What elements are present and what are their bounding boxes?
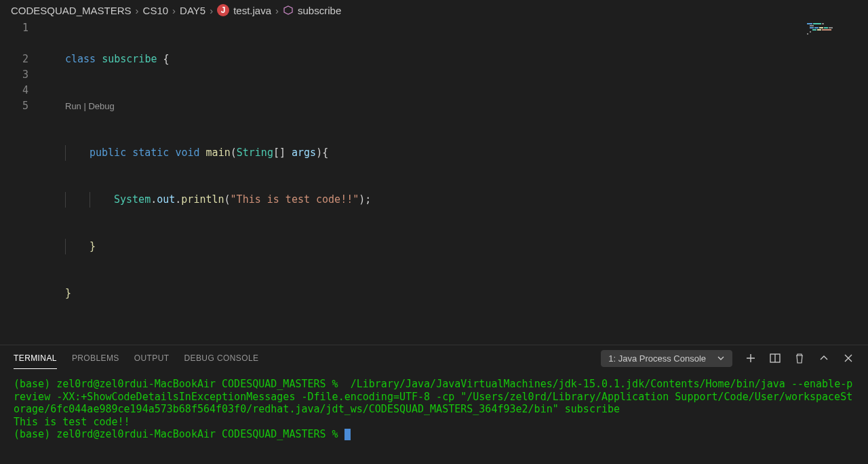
bottom-panel: TERMINAL PROBLEMS OUTPUT DEBUG CONSOLE 1… <box>0 345 868 464</box>
terminal-output: This is test code!! <box>14 416 130 428</box>
breadcrumb-item-file[interactable]: J test.java <box>217 4 271 16</box>
tab-debug-console[interactable]: DEBUG CONSOLE <box>184 348 259 368</box>
chevron-right-icon: › <box>210 5 213 16</box>
tab-output[interactable]: OUTPUT <box>134 348 170 368</box>
breadcrumb-item-cs10[interactable]: CS10 <box>143 5 169 16</box>
terminal-content[interactable]: (base) zel0rd@zel0rdui-MacBookAir CODESQ… <box>0 371 868 464</box>
terminal-prompt: (base) zel0rd@zel0rdui-MacBookAir CODESQ… <box>14 428 344 440</box>
trash-icon[interactable] <box>793 352 806 364</box>
terminal-cursor <box>344 429 351 440</box>
panel-tabs: TERMINAL PROBLEMS OUTPUT DEBUG CONSOLE 1… <box>0 345 868 371</box>
tab-problems[interactable]: PROBLEMS <box>72 348 119 368</box>
gutter: 1 2 3 4 5 <box>0 20 41 345</box>
code-line: class subscribe { <box>41 52 868 67</box>
code-line: } <box>41 286 868 301</box>
breadcrumb: CODESQUAD_MASTERS › CS10 › DAY5 › J test… <box>0 0 868 20</box>
breadcrumb-item-symbol[interactable]: subscribe <box>283 5 341 16</box>
line-number: 3 <box>0 67 28 83</box>
chevron-down-icon <box>717 354 725 362</box>
breadcrumb-item-root[interactable]: CODESQUAD_MASTERS <box>11 5 132 16</box>
code-area[interactable]: class subscribe { Run | Debug public sta… <box>41 20 868 345</box>
line-number: 5 <box>0 98 28 114</box>
new-terminal-icon[interactable] <box>745 352 757 364</box>
line-number: 1 <box>0 20 28 36</box>
breadcrumb-file-label: test.java <box>233 5 271 16</box>
breadcrumb-symbol-label: subscribe <box>298 5 341 16</box>
chevron-right-icon: › <box>172 5 176 16</box>
code-editor[interactable]: 1 2 3 4 5 class subscribe { Run | Debug … <box>0 20 868 345</box>
line-number: 2 <box>0 52 28 67</box>
codelens-debug[interactable]: Debug <box>88 98 114 114</box>
line-number: 4 <box>0 83 28 98</box>
close-icon[interactable] <box>842 352 854 364</box>
breadcrumb-item-day5[interactable]: DAY5 <box>180 5 205 16</box>
split-terminal-icon[interactable] <box>769 352 781 364</box>
java-file-icon: J <box>217 4 229 16</box>
terminal-selector-label: 1: Java Process Console <box>608 353 706 364</box>
code-line: System.out.println("This is test code!!"… <box>41 192 868 208</box>
code-line: public static void main(String[] args){ <box>41 145 868 161</box>
chevron-up-icon[interactable] <box>818 352 830 364</box>
tab-terminal[interactable]: TERMINAL <box>14 348 57 369</box>
codelens-run[interactable]: Run <box>65 98 81 114</box>
terminal-selector[interactable]: 1: Java Process Console <box>601 350 732 367</box>
codelens: Run | Debug <box>41 98 868 114</box>
chevron-right-icon: › <box>136 5 139 16</box>
chevron-right-icon: › <box>275 5 279 16</box>
code-line: } <box>41 239 868 254</box>
symbol-method-icon <box>283 5 294 16</box>
terminal-prompt: (base) zel0rd@zel0rdui-MacBookAir CODESQ… <box>14 378 344 390</box>
